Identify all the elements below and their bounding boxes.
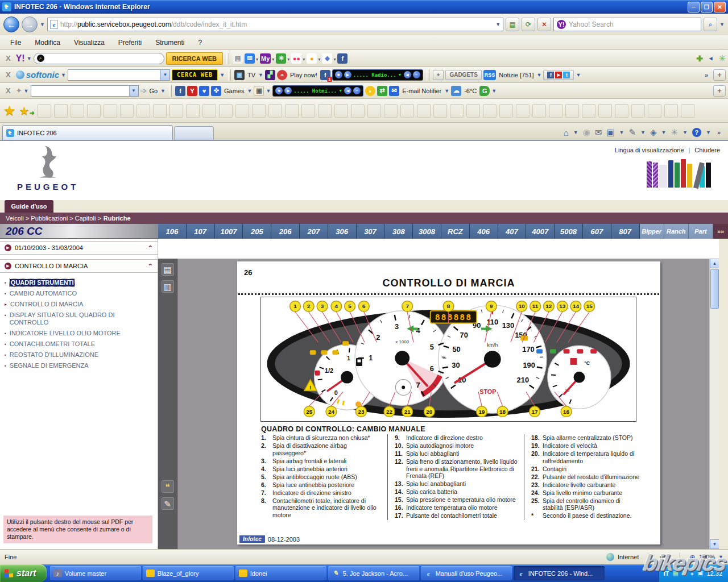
print-icon[interactable]: ▣ [606, 127, 614, 138]
sidebar-item-label[interactable]: QUADRI STRUMENTI [10, 279, 75, 286]
social-dropdown[interactable]: ▼ [576, 72, 581, 78]
favorite-site-icon[interactable] [665, 105, 677, 117]
pages-panel-icon[interactable]: ▤ [162, 263, 174, 276]
settings-gear-icon[interactable]: ✳ [718, 53, 726, 64]
model-tab[interactable]: 306 [328, 224, 357, 239]
toolbar-icon-button[interactable]: ●● [291, 53, 305, 64]
yahoo-logo[interactable]: Y! [16, 53, 25, 64]
favorite-site-icon[interactable] [401, 105, 413, 117]
toolbar-icon-button[interactable]: ✉ [245, 53, 258, 64]
scrollbar-thumb[interactable] [710, 269, 719, 309]
menu-item[interactable]: ? [192, 36, 209, 49]
model-tab[interactable]: Ranch [664, 224, 689, 239]
go-dropdown[interactable]: ▼ [160, 88, 166, 94]
facebook-icon[interactable]: f [175, 86, 185, 96]
volume-icon[interactable]: ◀ [404, 71, 411, 78]
new-tab-button[interactable] [174, 126, 214, 140]
play-icon[interactable]: ▶ [344, 71, 351, 78]
sidebar-item-label[interactable]: INDICATORE LIVELLO OLIO MOTORE [10, 330, 121, 337]
pdf-scrollbar[interactable]: ▲ ▼ [709, 259, 719, 549]
softonic-logo[interactable]: softonic ▼ [16, 70, 66, 80]
collapse-chevron-icon[interactable]: ⌃ [148, 244, 153, 252]
favorite-site-icon[interactable] [681, 105, 694, 117]
scroll-down-icon[interactable]: ▼ [710, 539, 719, 549]
radio-player-widget[interactable]: ■ ▶ ..... Radio... ▼ ◀ − [332, 69, 423, 81]
model-tab[interactable]: 3008 [413, 224, 441, 239]
model-tab[interactable]: 205 [243, 224, 271, 239]
favorite-site-icon[interactable] [38, 105, 51, 117]
toolbar-icon-button[interactable]: f [337, 53, 348, 64]
favorite-site-icon[interactable] [220, 105, 232, 117]
tag-dropdown[interactable]: ▼ [491, 88, 497, 94]
collapse-icon[interactable]: ◂ [708, 55, 714, 62]
browser-tab[interactable]: e INFOTEC 206 [2, 125, 173, 140]
model-tab[interactable]: 607 [583, 224, 611, 239]
favorite-site-icon[interactable] [450, 105, 463, 117]
favorite-site-icon[interactable] [170, 105, 183, 117]
task-button[interactable]: Idonei [235, 566, 326, 580]
toolbar-icon-button[interactable]: ✳ [276, 53, 289, 64]
favorite-site-icon[interactable] [335, 105, 348, 117]
favorite-site-icon[interactable] [566, 105, 578, 117]
volume-icon[interactable]: ◀ [344, 87, 351, 94]
sidebar-item-label[interactable]: DISPLAY SITUATO SUL QUADRO DI CONTROLLO [10, 311, 153, 326]
model-tab[interactable]: 308 [384, 224, 413, 239]
chevron-down-icon[interactable]: ▼ [129, 86, 138, 96]
collapse-chevron-icon[interactable]: ⌃ [148, 263, 153, 270]
favorite-site-icon[interactable] [533, 105, 545, 117]
tools-dropdown[interactable]: ▼ [682, 130, 688, 135]
start-button[interactable]: start [0, 564, 47, 582]
envelope-icon[interactable]: ✉ [389, 86, 399, 96]
sidebar-nav-item[interactable]: ▸ CONTROLLO DI MARCIA [3, 299, 154, 310]
softonic-search-input[interactable]: ▼ [68, 69, 170, 81]
menu-item[interactable]: Modifica [28, 36, 67, 49]
favorite-site-icon[interactable] [88, 105, 100, 117]
weather-cloud-icon[interactable]: ☁ [451, 86, 461, 96]
email-dropdown[interactable]: ▼ [444, 88, 449, 94]
stop-icon[interactable]: ■ [275, 87, 283, 94]
add-favorite-icon[interactable]: ★➜ [19, 104, 35, 118]
close-toolbar-icon[interactable]: X [2, 86, 14, 95]
favorite-site-icon[interactable] [104, 105, 117, 117]
model-tab[interactable]: Bipper [640, 224, 664, 239]
sidebar-item-label[interactable]: CONTACHILOMETRI TOTALE [10, 340, 95, 348]
favorite-site-icon[interactable] [121, 105, 133, 117]
favorite-site-icon[interactable] [516, 105, 529, 117]
model-tab[interactable]: Part [689, 224, 713, 239]
guide-duso-tab[interactable]: Guide d'uso [5, 200, 53, 213]
add-gadget-button[interactable]: + [433, 70, 444, 80]
games-dropdown[interactable]: ▼ [247, 88, 252, 94]
favorite-site-icon[interactable] [632, 105, 644, 117]
peugeot-logo[interactable]: PEUGEOT [17, 144, 78, 192]
address-input[interactable]: e http://public.servicebox.peugeot.com/d… [47, 18, 503, 31]
history-dropdown[interactable]: ▼ [40, 22, 45, 27]
help-dropdown[interactable]: ▼ [706, 130, 711, 135]
tools-gear-icon[interactable]: ✳ [671, 127, 678, 138]
favorite-site-icon[interactable] [417, 105, 430, 117]
toolbar-icon-button[interactable]: ▤ [233, 53, 243, 64]
favorite-site-icon[interactable] [253, 105, 265, 117]
toolbar-splitter[interactable] [169, 85, 172, 97]
forward-button[interactable]: → [22, 16, 38, 32]
sidebar-item-label[interactable]: REOSTATO D'ILLUMINAZIONE [10, 351, 98, 359]
menu-item[interactable]: Preferiti [111, 36, 148, 49]
toolbar-icon-button[interactable]: My [260, 53, 274, 64]
stop-button[interactable]: ✕ [537, 18, 551, 31]
favorite-site-icon[interactable] [71, 105, 84, 117]
model-tab[interactable]: 106 [158, 224, 187, 239]
favorite-site-icon[interactable] [269, 105, 282, 117]
task-button[interactable]: ♪ Volume master [50, 566, 141, 580]
social-icons-group[interactable]: f ▶ t [543, 70, 574, 80]
favorite-site-icon[interactable] [154, 105, 166, 117]
menu-item[interactable]: Strumenti [148, 36, 191, 49]
yahoo-menu-dropdown[interactable]: ▼ [27, 56, 32, 61]
search-options-dropdown[interactable]: ▼ [719, 22, 725, 27]
twitter-icon[interactable]: t [563, 72, 570, 78]
news-label[interactable]: Notizie [751] [499, 72, 533, 78]
language-link[interactable]: Lingua di visualizzazione [615, 147, 684, 153]
model-tab[interactable]: 307 [357, 224, 385, 239]
add-toolbar-button[interactable]: + [713, 85, 726, 97]
cards-icon[interactable]: ♥ [199, 86, 209, 96]
translate-icon[interactable]: ⇄ [377, 86, 387, 96]
favorite-site-icon[interactable] [582, 105, 595, 117]
